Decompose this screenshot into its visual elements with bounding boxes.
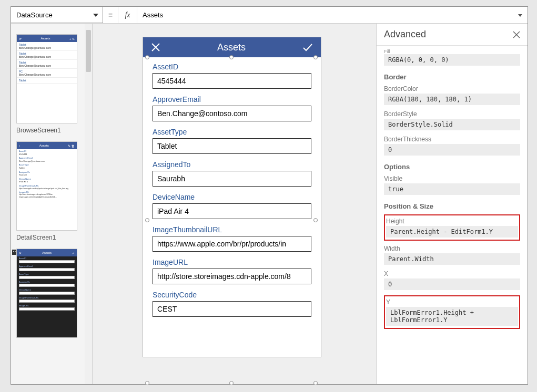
prop-label: BorderThickness [384,136,520,143]
field-label: SecurityCode [153,291,311,299]
field-assetid: AssetID [153,63,311,89]
prop-value[interactable]: 0 [384,144,520,156]
prop-label: BorderStyle [384,110,520,118]
prop-value[interactable]: 0 [384,278,520,290]
field-imageurl: ImageURL [153,258,311,284]
field-label: AssetType [153,128,311,136]
field-label: ImageURL [153,258,311,266]
thumbnail-label: BrowseScreen1 [16,127,84,134]
field-imagethumbnailurl: ImageThumbnailURL [153,225,311,252]
thumbnails-scrollbar[interactable] [85,24,92,384]
field-input[interactable] [153,236,311,252]
prop-value[interactable]: RGBA(180, 180, 180, 1) [384,94,520,105]
section-border: Border [384,73,520,81]
prop-value-height[interactable]: Parent.Height - EditForm1.Y [386,226,518,238]
field-input[interactable] [153,171,311,187]
field-input[interactable] [153,301,311,317]
field-assignedto: AssignedTo [153,160,311,187]
properties-title: Advanced [384,29,426,40]
field-input[interactable] [153,203,311,219]
field-input[interactable] [153,73,311,89]
close-icon[interactable] [513,31,520,38]
screen-thumbnails-panel: ⟳Assets+ ⇅ TabletBen.Change@contoso.com … [11,24,93,384]
field-approveremail: ApproverEmail [153,95,311,121]
section-position-size: Position & Size [384,202,520,210]
section-options: Options [384,163,520,171]
thumbnail-edit[interactable]: ⋯ ✕Assets✓ AssetID ApproverEmail AssetTy… [16,249,84,338]
field-label: AssetID [153,63,311,71]
thumbnail-detail[interactable]: ‹Assets✎ 🗑 AssetID4545444 ApproverEmailB… [16,141,84,241]
canvas-topbar: Assets [143,37,321,57]
main-area: ⟳Assets+ ⇅ TabletBen.Change@contoso.com … [11,24,528,384]
properties-panel: Advanced Fill RGBA(0, 0, 0, 0) Border Bo… [376,24,528,384]
thumbnail-browse[interactable]: ⟳Assets+ ⇅ TabletBen.Change@contoso.com … [16,34,84,134]
thumbnail-label: DetailScreen1 [16,234,84,241]
thumb-header: ⟳Assets+ ⇅ [17,35,77,42]
prop-label: Width [384,245,520,252]
field-input[interactable] [153,138,311,154]
prop-label: BorderColor [384,85,520,92]
equals-sign: = [103,7,118,23]
canvas-area[interactable]: Assets AssetID ApproverEmail A [93,24,376,384]
prop-value[interactable]: true [384,183,520,195]
field-devicename: DeviceName [153,193,311,219]
field-securitycode: SecurityCode [153,291,311,317]
prop-value-y[interactable]: LblFormError1.Height + LblFormError1.Y [386,307,518,326]
properties-body[interactable]: Fill RGBA(0, 0, 0, 0) Border BorderColor… [377,46,528,384]
highlight-height: Height Parent.Height - EditForm1.Y [384,214,520,241]
formula-bar: DataSource = fx Assets [11,7,528,24]
prop-value-fill[interactable]: RGBA(0, 0, 0, 0) [384,54,520,66]
field-label: DeviceName [153,193,311,201]
fx-icon[interactable]: fx [118,7,137,23]
canvas-phone-frame: Assets AssetID ApproverEmail A [143,37,321,357]
formula-text: Assets [143,11,163,19]
formula-input[interactable]: Assets [137,7,528,23]
field-assettype: AssetType [153,128,311,154]
cancel-icon[interactable] [150,42,161,53]
field-input[interactable] [153,106,311,121]
field-label: AssignedTo [153,160,311,169]
edit-form[interactable]: AssetID ApproverEmail AssetType Assigned… [143,57,321,357]
field-label: ApproverEmail [153,95,311,104]
canvas-title: Assets [217,42,246,53]
properties-header: Advanced [377,24,528,46]
field-label: ImageThumbnailURL [153,225,311,234]
prop-label: Visible [384,175,520,182]
prop-label: Height [386,218,518,225]
property-selector[interactable]: DataSource [11,7,103,23]
highlight-y: Y LblFormError1.Height + LblFormError1.Y [384,295,520,329]
prop-value[interactable]: BorderStyle.Solid [384,119,520,130]
property-selector-value: DataSource [16,11,53,19]
prop-value[interactable]: Parent.Width [384,253,520,265]
prop-label-fill: Fill [384,49,520,54]
submit-icon[interactable] [302,42,313,53]
thumb-header: ✕Assets✓ [17,249,77,256]
thumb-header: ‹Assets✎ 🗑 [17,142,77,149]
prop-label: Y [386,298,518,306]
prop-label: X [384,270,520,277]
app-frame: DataSource = fx Assets ⟳Assets+ ⇅ Tablet… [11,6,528,385]
field-input[interactable] [153,269,311,284]
